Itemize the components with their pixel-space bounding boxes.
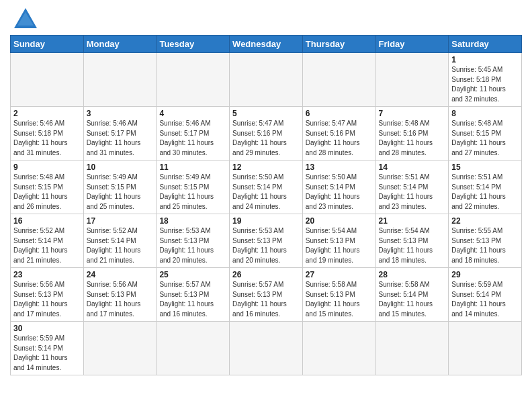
calendar-cell: 1Sunrise: 5:45 AMSunset: 5:18 PMDaylight… bbox=[449, 53, 522, 107]
calendar-cell: 24Sunrise: 5:56 AMSunset: 5:13 PMDayligh… bbox=[83, 268, 157, 322]
calendar-cell: 20Sunrise: 5:54 AMSunset: 5:13 PMDayligh… bbox=[302, 214, 375, 268]
day-info: Sunrise: 5:57 AMSunset: 5:13 PMDaylight:… bbox=[159, 280, 226, 319]
day-info: Sunrise: 5:47 AMSunset: 5:16 PMDaylight:… bbox=[306, 119, 373, 158]
day-number: 24 bbox=[87, 270, 154, 279]
header bbox=[10, 7, 522, 30]
calendar-cell bbox=[83, 322, 157, 375]
day-info: Sunrise: 5:52 AMSunset: 5:14 PMDaylight:… bbox=[87, 226, 154, 265]
day-info: Sunrise: 5:50 AMSunset: 5:14 PMDaylight:… bbox=[306, 173, 373, 212]
day-info: Sunrise: 5:49 AMSunset: 5:15 PMDaylight:… bbox=[159, 173, 226, 212]
calendar-cell: 16Sunrise: 5:52 AMSunset: 5:14 PMDayligh… bbox=[11, 214, 84, 268]
calendar-week-3: 16Sunrise: 5:52 AMSunset: 5:14 PMDayligh… bbox=[11, 214, 522, 268]
calendar-cell bbox=[83, 53, 157, 107]
calendar-cell: 3Sunrise: 5:46 AMSunset: 5:17 PMDaylight… bbox=[83, 107, 157, 161]
day-number: 14 bbox=[379, 163, 446, 172]
day-info: Sunrise: 5:47 AMSunset: 5:16 PMDaylight:… bbox=[232, 119, 300, 158]
weekday-tuesday: Tuesday bbox=[157, 36, 230, 53]
day-number: 6 bbox=[306, 109, 373, 118]
calendar-cell: 9Sunrise: 5:48 AMSunset: 5:15 PMDaylight… bbox=[11, 161, 84, 214]
calendar-cell bbox=[157, 322, 230, 375]
calendar-cell bbox=[375, 53, 449, 107]
day-info: Sunrise: 5:57 AMSunset: 5:13 PMDaylight:… bbox=[232, 280, 300, 319]
page: SundayMondayTuesdayWednesdayThursdayFrid… bbox=[0, 0, 532, 382]
day-info: Sunrise: 5:51 AMSunset: 5:14 PMDaylight:… bbox=[379, 173, 446, 212]
day-info: Sunrise: 5:54 AMSunset: 5:13 PMDaylight:… bbox=[379, 226, 446, 265]
calendar-cell: 13Sunrise: 5:50 AMSunset: 5:14 PMDayligh… bbox=[302, 161, 375, 214]
calendar-cell: 4Sunrise: 5:46 AMSunset: 5:17 PMDaylight… bbox=[157, 107, 230, 161]
calendar-cell: 18Sunrise: 5:53 AMSunset: 5:13 PMDayligh… bbox=[157, 214, 230, 268]
calendar-week-5: 30Sunrise: 5:59 AMSunset: 5:14 PMDayligh… bbox=[11, 322, 522, 375]
calendar-cell bbox=[302, 53, 375, 107]
day-number: 15 bbox=[451, 163, 519, 172]
day-number: 4 bbox=[159, 109, 226, 118]
day-info: Sunrise: 5:46 AMSunset: 5:17 PMDaylight:… bbox=[87, 119, 154, 158]
logo bbox=[10, 7, 38, 30]
calendar-week-2: 9Sunrise: 5:48 AMSunset: 5:15 PMDaylight… bbox=[11, 161, 522, 214]
day-number: 1 bbox=[451, 55, 519, 64]
day-info: Sunrise: 5:48 AMSunset: 5:16 PMDaylight:… bbox=[379, 119, 446, 158]
day-info: Sunrise: 5:46 AMSunset: 5:17 PMDaylight:… bbox=[159, 119, 226, 158]
day-info: Sunrise: 5:50 AMSunset: 5:14 PMDaylight:… bbox=[232, 173, 300, 212]
day-info: Sunrise: 5:58 AMSunset: 5:13 PMDaylight:… bbox=[306, 280, 373, 319]
calendar-cell: 14Sunrise: 5:51 AMSunset: 5:14 PMDayligh… bbox=[375, 161, 449, 214]
day-number: 2 bbox=[13, 109, 81, 118]
day-info: Sunrise: 5:54 AMSunset: 5:13 PMDaylight:… bbox=[306, 226, 373, 265]
day-number: 16 bbox=[13, 216, 81, 226]
calendar-cell bbox=[230, 53, 303, 107]
calendar-cell: 26Sunrise: 5:57 AMSunset: 5:13 PMDayligh… bbox=[230, 268, 303, 322]
day-info: Sunrise: 5:58 AMSunset: 5:14 PMDaylight:… bbox=[379, 280, 446, 319]
day-number: 27 bbox=[306, 270, 373, 279]
day-number: 8 bbox=[451, 109, 519, 118]
day-info: Sunrise: 5:53 AMSunset: 5:13 PMDaylight:… bbox=[159, 226, 226, 265]
calendar-cell: 15Sunrise: 5:51 AMSunset: 5:14 PMDayligh… bbox=[449, 161, 522, 214]
calendar-week-1: 2Sunrise: 5:46 AMSunset: 5:18 PMDaylight… bbox=[11, 107, 522, 161]
calendar-cell bbox=[230, 322, 303, 375]
day-number: 25 bbox=[159, 270, 226, 279]
day-info: Sunrise: 5:45 AMSunset: 5:18 PMDaylight:… bbox=[451, 65, 519, 104]
day-info: Sunrise: 5:46 AMSunset: 5:18 PMDaylight:… bbox=[13, 119, 81, 158]
calendar-table: SundayMondayTuesdayWednesdayThursdayFrid… bbox=[10, 35, 522, 375]
day-number: 10 bbox=[87, 163, 154, 172]
calendar-cell: 29Sunrise: 5:59 AMSunset: 5:14 PMDayligh… bbox=[449, 268, 522, 322]
calendar-cell: 28Sunrise: 5:58 AMSunset: 5:14 PMDayligh… bbox=[375, 268, 449, 322]
day-number: 30 bbox=[13, 324, 81, 333]
day-number: 20 bbox=[306, 216, 373, 226]
day-info: Sunrise: 5:53 AMSunset: 5:13 PMDaylight:… bbox=[232, 226, 300, 265]
calendar-cell: 8Sunrise: 5:48 AMSunset: 5:15 PMDaylight… bbox=[449, 107, 522, 161]
day-number: 9 bbox=[13, 163, 81, 172]
calendar-cell bbox=[11, 53, 84, 107]
calendar-cell: 22Sunrise: 5:55 AMSunset: 5:13 PMDayligh… bbox=[449, 214, 522, 268]
day-number: 3 bbox=[87, 109, 154, 118]
day-info: Sunrise: 5:59 AMSunset: 5:14 PMDaylight:… bbox=[451, 280, 519, 319]
weekday-header-row: SundayMondayTuesdayWednesdayThursdayFrid… bbox=[11, 36, 522, 53]
calendar-cell: 30Sunrise: 5:59 AMSunset: 5:14 PMDayligh… bbox=[11, 322, 84, 375]
calendar-cell: 23Sunrise: 5:56 AMSunset: 5:13 PMDayligh… bbox=[11, 268, 84, 322]
day-info: Sunrise: 5:56 AMSunset: 5:13 PMDaylight:… bbox=[87, 280, 154, 319]
calendar-cell: 10Sunrise: 5:49 AMSunset: 5:15 PMDayligh… bbox=[83, 161, 157, 214]
day-number: 13 bbox=[306, 163, 373, 172]
weekday-wednesday: Wednesday bbox=[230, 36, 303, 53]
day-number: 21 bbox=[379, 216, 446, 226]
weekday-saturday: Saturday bbox=[449, 36, 522, 53]
day-number: 28 bbox=[379, 270, 446, 279]
calendar-cell: 5Sunrise: 5:47 AMSunset: 5:16 PMDaylight… bbox=[230, 107, 303, 161]
day-number: 22 bbox=[451, 216, 519, 226]
day-number: 17 bbox=[87, 216, 154, 226]
day-info: Sunrise: 5:48 AMSunset: 5:15 PMDaylight:… bbox=[13, 173, 81, 212]
calendar-cell: 21Sunrise: 5:54 AMSunset: 5:13 PMDayligh… bbox=[375, 214, 449, 268]
day-number: 7 bbox=[379, 109, 446, 118]
day-number: 29 bbox=[451, 270, 519, 279]
day-number: 12 bbox=[232, 163, 300, 172]
calendar-week-4: 23Sunrise: 5:56 AMSunset: 5:13 PMDayligh… bbox=[11, 268, 522, 322]
calendar-cell: 27Sunrise: 5:58 AMSunset: 5:13 PMDayligh… bbox=[302, 268, 375, 322]
weekday-friday: Friday bbox=[375, 36, 449, 53]
day-number: 19 bbox=[232, 216, 300, 226]
calendar-cell bbox=[375, 322, 449, 375]
calendar-cell: 12Sunrise: 5:50 AMSunset: 5:14 PMDayligh… bbox=[230, 161, 303, 214]
day-info: Sunrise: 5:49 AMSunset: 5:15 PMDaylight:… bbox=[87, 173, 154, 212]
calendar-cell: 11Sunrise: 5:49 AMSunset: 5:15 PMDayligh… bbox=[157, 161, 230, 214]
calendar-cell: 25Sunrise: 5:57 AMSunset: 5:13 PMDayligh… bbox=[157, 268, 230, 322]
logo-icon bbox=[13, 7, 38, 30]
calendar-cell bbox=[302, 322, 375, 375]
day-info: Sunrise: 5:51 AMSunset: 5:14 PMDaylight:… bbox=[451, 173, 519, 212]
